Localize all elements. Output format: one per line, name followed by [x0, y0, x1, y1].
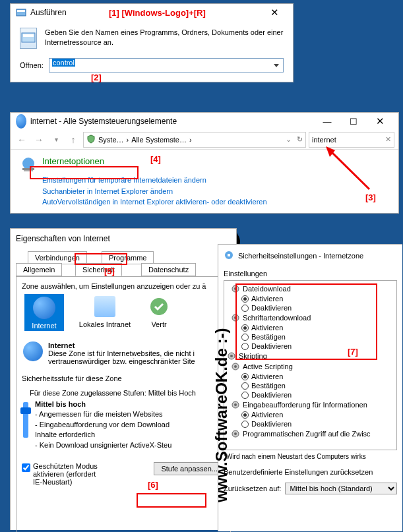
history-dropdown[interactable]: ▾: [49, 133, 63, 147]
search-value: internet: [312, 136, 336, 144]
radio-off[interactable]: [241, 392, 249, 399]
tab-datenschutz[interactable]: Datenschutz: [141, 263, 196, 276]
marker-5-box: [75, 253, 127, 265]
maximize-button[interactable]: ☐: [340, 113, 367, 130]
zone-internet[interactable]: Internet: [24, 294, 64, 331]
minimize-button[interactable]: —: [314, 113, 340, 130]
radio-on[interactable]: [241, 373, 249, 380]
protected-mode-checkbox[interactable]: [22, 463, 30, 472]
zone-hint: Zone auswählen, um Einstellungen anzuzei…: [22, 282, 225, 290]
marker-6-box: [137, 493, 206, 508]
gear-icon: [231, 362, 240, 371]
internet-properties-window: Eigenschaften von Internet Verbindungen …: [10, 228, 237, 530]
level-b2: - Eingabeaufforderung vor dem Download I…: [35, 420, 171, 440]
clear-icon[interactable]: ✕: [385, 135, 391, 144]
marker-7: [7]: [348, 347, 358, 357]
zone-intranet[interactable]: Lokales Intranet: [78, 294, 131, 328]
slider-thumb[interactable]: [20, 407, 31, 414]
open-value: control: [52, 59, 75, 67]
cp-link-autocomplete[interactable]: AutoVervollständigen in Internet Explore…: [42, 196, 389, 208]
run-program-icon: [20, 28, 37, 49]
open-combobox[interactable]: control: [49, 58, 284, 73]
close-button[interactable]: ✕: [367, 113, 393, 130]
tab-allgemein[interactable]: Allgemein: [16, 263, 62, 276]
zone-internet-label: Internet: [26, 322, 63, 330]
marker-4-box: [30, 166, 139, 179]
zone-desc-text: Diese Zone ist für Internetwebsites, die…: [48, 349, 195, 365]
dropdown-icon: [274, 64, 279, 67]
radio-on[interactable]: [241, 411, 249, 419]
level-name: Mittel bis hoch: [35, 399, 171, 409]
globe-icon: [32, 295, 57, 320]
level-b1: - Angemessen für die meisten Websites: [35, 409, 171, 419]
level-title: Sicherheitsstufe für diese Zone: [22, 374, 225, 382]
shield-icon: [86, 134, 96, 145]
globe-icon: [16, 116, 26, 127]
watermark: www.SoftwareOK.de :-): [212, 328, 231, 502]
svg-line-6: [331, 152, 369, 189]
opt-aktivieren3: Aktivieren: [251, 372, 283, 380]
forward-button[interactable]: →: [32, 133, 46, 147]
zone-intranet-label: Lokales Intranet: [78, 320, 131, 328]
marker-5: [5]: [104, 266, 115, 276]
sec-titlebar: Sicherheitseinstellungen - Internetzone: [218, 245, 402, 267]
globe-icon: [23, 341, 43, 361]
svg-rect-3: [23, 34, 34, 37]
zone-trusted-label: Vertr: [146, 320, 172, 328]
svg-point-19: [234, 403, 237, 406]
opt-activescripting: Active Scripting: [243, 363, 293, 370]
cp-item-title: Internetoptionen: [42, 156, 104, 166]
svg-rect-1: [17, 10, 25, 12]
zone-desc-title: Internet: [48, 341, 195, 349]
gear-icon: [231, 429, 240, 438]
opt-bestatigen2: Bestätigen: [251, 382, 286, 390]
radio-off[interactable]: [241, 382, 249, 390]
sec-title: Sicherheitseinstellungen - Internetzone: [238, 252, 363, 260]
reset-label: Zurücksetzen auf:: [224, 485, 281, 492]
svg-point-17: [234, 365, 237, 368]
opt-prog: Programmatischen Zugriff auf die Zwisc: [243, 430, 371, 438]
opt-aktivieren4: Aktivieren: [251, 411, 283, 419]
zone-trusted[interactable]: Vertr: [146, 294, 172, 328]
reset-title: Benutzerdefinierte Einstellungen zurücks…: [224, 468, 397, 476]
einstellungen-label: Einstellungen: [224, 270, 397, 278]
run-icon: [16, 7, 26, 18]
reset-select[interactable]: Mittel bis hoch (Standard): [285, 483, 397, 494]
bc-2: Alle Systemste…: [131, 136, 187, 144]
marker-3: [3]: [365, 192, 376, 202]
props-title: Eigenschaften von Internet: [11, 229, 236, 249]
tab-sicherheit[interactable]: Sicherheit: [75, 263, 122, 276]
opt-eingabe: Eingabeaufforderung für Informationen: [243, 401, 367, 409]
cp-titlebar: internet - Alle Systemsteuerungselemente…: [11, 113, 398, 130]
settings-icon: [224, 250, 234, 262]
cp-title: internet - Alle Systemsteuerungselemente: [30, 117, 314, 126]
marker-1: [1] [Windows-Logo]+[R]: [109, 8, 206, 18]
address-bar[interactable]: Syste…› Alle Systemste…› ⌄ ↻: [83, 132, 306, 148]
protected-label: Geschützten Modus aktivieren (erfordert …: [33, 462, 98, 486]
opt-deaktivieren3: Deaktivieren: [251, 391, 292, 399]
search-input[interactable]: internet ✕: [309, 132, 394, 148]
svg-point-21: [234, 432, 237, 435]
radio-off[interactable]: [241, 421, 249, 428]
close-button[interactable]: ✕: [261, 4, 288, 21]
opt-deaktivieren4: Deaktivieren: [251, 420, 292, 428]
level-b3: - Kein Download unsignierter ActiveX-Ste…: [35, 440, 171, 450]
arrow-3-icon: [323, 146, 376, 192]
chevron-down-icon: ⌄: [286, 135, 292, 144]
trusted-icon: [146, 294, 171, 319]
open-label: Öffnen:: [20, 61, 44, 69]
refresh-icon[interactable]: ↻: [297, 135, 303, 144]
restart-note: *Wird nach einem Neustart des Computers …: [224, 453, 397, 460]
back-button[interactable]: ←: [15, 133, 29, 147]
marker-6: [6]: [148, 480, 158, 490]
intranet-icon: [92, 294, 117, 319]
up-button[interactable]: ↑: [66, 133, 80, 147]
marker-4: [4]: [150, 154, 161, 164]
security-slider[interactable]: [23, 402, 28, 438]
bc-1: Syste…: [98, 136, 124, 144]
marker-2: [2]: [91, 73, 102, 82]
gear-icon: [231, 400, 240, 409]
bc-sep: ›: [127, 136, 129, 144]
run-description: Geben Sie den Namen eines Programms, Ord…: [45, 28, 284, 49]
bc-sep2: ›: [189, 136, 192, 144]
